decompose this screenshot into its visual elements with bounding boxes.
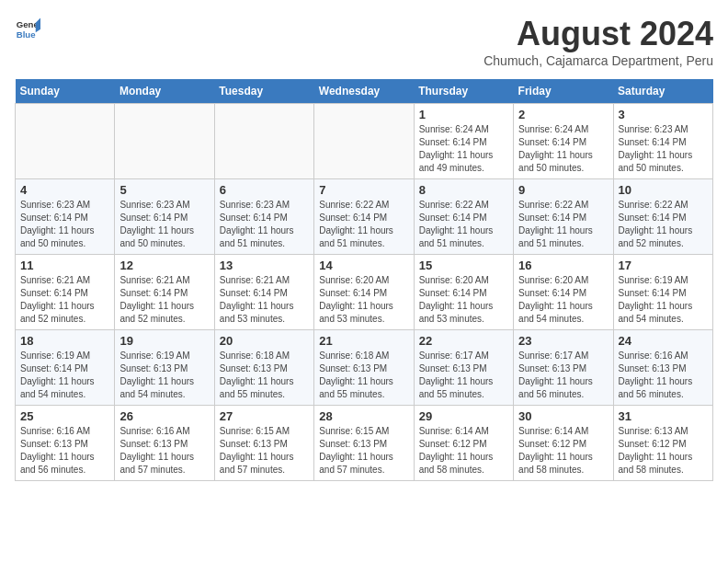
day-info: Sunrise: 6:21 AM Sunset: 6:14 PM Dayligh… <box>220 274 309 326</box>
day-info: Sunrise: 6:16 AM Sunset: 6:13 PM Dayligh… <box>20 425 109 477</box>
day-info: Sunrise: 6:23 AM Sunset: 6:14 PM Dayligh… <box>220 199 309 250</box>
calendar-cell: 17Sunrise: 6:19 AM Sunset: 6:14 PM Dayli… <box>613 255 712 330</box>
calendar-cell: 30Sunrise: 6:14 AM Sunset: 6:12 PM Dayli… <box>514 406 613 481</box>
calendar-cell: 10Sunrise: 6:22 AM Sunset: 6:14 PM Dayli… <box>613 179 712 255</box>
day-number: 1 <box>419 108 508 121</box>
day-info: Sunrise: 6:17 AM Sunset: 6:13 PM Dayligh… <box>518 350 608 401</box>
calendar-cell: 20Sunrise: 6:18 AM Sunset: 6:13 PM Dayli… <box>214 330 313 406</box>
day-info: Sunrise: 6:21 AM Sunset: 6:14 PM Dayligh… <box>119 274 209 326</box>
day-info: Sunrise: 6:23 AM Sunset: 6:14 PM Dayligh… <box>119 199 209 250</box>
calendar-cell: 16Sunrise: 6:20 AM Sunset: 6:14 PM Dayli… <box>514 255 613 330</box>
month-title: August 2024 <box>483 15 713 53</box>
day-info: Sunrise: 6:16 AM Sunset: 6:13 PM Dayligh… <box>119 425 209 477</box>
calendar-cell <box>115 104 214 179</box>
calendar-week-0: 1Sunrise: 6:24 AM Sunset: 6:14 PM Daylig… <box>16 104 713 179</box>
logo-icon: General Blue <box>15 15 40 40</box>
calendar-cell: 14Sunrise: 6:20 AM Sunset: 6:14 PM Dayli… <box>314 255 414 330</box>
calendar-cell: 6Sunrise: 6:23 AM Sunset: 6:14 PM Daylig… <box>214 179 313 255</box>
calendar-cell: 23Sunrise: 6:17 AM Sunset: 6:13 PM Dayli… <box>514 330 613 406</box>
calendar-cell <box>214 104 313 179</box>
day-header-friday: Friday <box>514 79 613 104</box>
calendar-cell: 15Sunrise: 6:20 AM Sunset: 6:14 PM Dayli… <box>414 255 513 330</box>
day-header-tuesday: Tuesday <box>214 79 313 104</box>
calendar-cell: 1Sunrise: 6:24 AM Sunset: 6:14 PM Daylig… <box>414 104 513 179</box>
day-number: 11 <box>20 259 109 272</box>
calendar-cell: 9Sunrise: 6:22 AM Sunset: 6:14 PM Daylig… <box>514 179 613 255</box>
day-number: 15 <box>419 259 508 272</box>
day-number: 27 <box>220 409 309 423</box>
calendar-cell: 21Sunrise: 6:18 AM Sunset: 6:13 PM Dayli… <box>314 330 414 406</box>
day-info: Sunrise: 6:20 AM Sunset: 6:14 PM Dayligh… <box>419 274 508 326</box>
calendar-week-2: 11Sunrise: 6:21 AM Sunset: 6:14 PM Dayli… <box>16 255 713 330</box>
calendar-week-4: 25Sunrise: 6:16 AM Sunset: 6:13 PM Dayli… <box>16 406 713 481</box>
calendar-cell: 25Sunrise: 6:16 AM Sunset: 6:13 PM Dayli… <box>16 406 115 481</box>
day-info: Sunrise: 6:22 AM Sunset: 6:14 PM Dayligh… <box>319 199 408 250</box>
day-number: 12 <box>119 259 209 272</box>
day-info: Sunrise: 6:23 AM Sunset: 6:14 PM Dayligh… <box>20 199 109 250</box>
subtitle: Chumuch, Cajamarca Department, Peru <box>483 53 713 68</box>
day-number: 25 <box>20 409 109 423</box>
day-info: Sunrise: 6:14 AM Sunset: 6:12 PM Dayligh… <box>419 425 508 477</box>
day-number: 2 <box>518 108 608 121</box>
day-info: Sunrise: 6:19 AM Sunset: 6:13 PM Dayligh… <box>119 350 209 401</box>
day-info: Sunrise: 6:18 AM Sunset: 6:13 PM Dayligh… <box>220 350 309 401</box>
day-header-thursday: Thursday <box>414 79 513 104</box>
day-header-monday: Monday <box>115 79 214 104</box>
title-area: August 2024 Chumuch, Cajamarca Departmen… <box>483 15 713 68</box>
day-info: Sunrise: 6:15 AM Sunset: 6:13 PM Dayligh… <box>319 425 408 477</box>
calendar-table: SundayMondayTuesdayWednesdayThursdayFrid… <box>15 79 713 481</box>
day-number: 3 <box>619 108 708 121</box>
calendar-cell: 11Sunrise: 6:21 AM Sunset: 6:14 PM Dayli… <box>16 255 115 330</box>
day-number: 19 <box>119 334 209 348</box>
day-number: 22 <box>419 334 508 348</box>
calendar-cell: 26Sunrise: 6:16 AM Sunset: 6:13 PM Dayli… <box>115 406 214 481</box>
day-info: Sunrise: 6:14 AM Sunset: 6:12 PM Dayligh… <box>518 425 608 477</box>
day-info: Sunrise: 6:22 AM Sunset: 6:14 PM Dayligh… <box>619 199 708 250</box>
day-number: 31 <box>619 409 708 423</box>
calendar-cell: 22Sunrise: 6:17 AM Sunset: 6:13 PM Dayli… <box>414 330 513 406</box>
calendar-cell: 13Sunrise: 6:21 AM Sunset: 6:14 PM Dayli… <box>214 255 313 330</box>
day-number: 23 <box>518 334 608 348</box>
day-info: Sunrise: 6:24 AM Sunset: 6:14 PM Dayligh… <box>419 123 508 175</box>
calendar-cell: 3Sunrise: 6:23 AM Sunset: 6:14 PM Daylig… <box>613 104 712 179</box>
day-header-sunday: Sunday <box>16 79 115 104</box>
day-number: 18 <box>20 334 109 348</box>
day-info: Sunrise: 6:24 AM Sunset: 6:14 PM Dayligh… <box>518 123 608 175</box>
day-number: 6 <box>220 183 309 197</box>
day-number: 24 <box>619 334 708 348</box>
day-info: Sunrise: 6:16 AM Sunset: 6:13 PM Dayligh… <box>619 350 708 401</box>
day-header-saturday: Saturday <box>613 79 712 104</box>
calendar-week-3: 18Sunrise: 6:19 AM Sunset: 6:14 PM Dayli… <box>16 330 713 406</box>
day-info: Sunrise: 6:13 AM Sunset: 6:12 PM Dayligh… <box>619 425 708 477</box>
calendar-cell: 24Sunrise: 6:16 AM Sunset: 6:13 PM Dayli… <box>613 330 712 406</box>
day-number: 10 <box>619 183 708 197</box>
logo: General Blue <box>15 15 40 40</box>
calendar-cell: 5Sunrise: 6:23 AM Sunset: 6:14 PM Daylig… <box>115 179 214 255</box>
calendar-cell: 7Sunrise: 6:22 AM Sunset: 6:14 PM Daylig… <box>314 179 414 255</box>
calendar-cell: 18Sunrise: 6:19 AM Sunset: 6:14 PM Dayli… <box>16 330 115 406</box>
header: General Blue August 2024 Chumuch, Cajama… <box>15 15 713 68</box>
calendar-cell: 19Sunrise: 6:19 AM Sunset: 6:13 PM Dayli… <box>115 330 214 406</box>
day-number: 21 <box>319 334 408 348</box>
calendar-cell: 12Sunrise: 6:21 AM Sunset: 6:14 PM Dayli… <box>115 255 214 330</box>
day-info: Sunrise: 6:22 AM Sunset: 6:14 PM Dayligh… <box>518 199 608 250</box>
calendar-cell: 31Sunrise: 6:13 AM Sunset: 6:12 PM Dayli… <box>613 406 712 481</box>
day-number: 26 <box>119 409 209 423</box>
calendar-cell: 4Sunrise: 6:23 AM Sunset: 6:14 PM Daylig… <box>16 179 115 255</box>
day-header-wednesday: Wednesday <box>314 79 414 104</box>
calendar-cell <box>314 104 414 179</box>
calendar-week-1: 4Sunrise: 6:23 AM Sunset: 6:14 PM Daylig… <box>16 179 713 255</box>
calendar-body: 1Sunrise: 6:24 AM Sunset: 6:14 PM Daylig… <box>16 104 713 481</box>
day-number: 14 <box>319 259 408 272</box>
calendar-cell <box>16 104 115 179</box>
day-info: Sunrise: 6:20 AM Sunset: 6:14 PM Dayligh… <box>518 274 608 326</box>
calendar-cell: 27Sunrise: 6:15 AM Sunset: 6:13 PM Dayli… <box>214 406 313 481</box>
calendar-cell: 8Sunrise: 6:22 AM Sunset: 6:14 PM Daylig… <box>414 179 513 255</box>
day-info: Sunrise: 6:19 AM Sunset: 6:14 PM Dayligh… <box>20 350 109 401</box>
day-number: 30 <box>518 409 608 423</box>
day-number: 9 <box>518 183 608 197</box>
day-number: 28 <box>319 409 408 423</box>
svg-text:Blue: Blue <box>17 29 36 40</box>
day-number: 7 <box>319 183 408 197</box>
day-number: 20 <box>220 334 309 348</box>
